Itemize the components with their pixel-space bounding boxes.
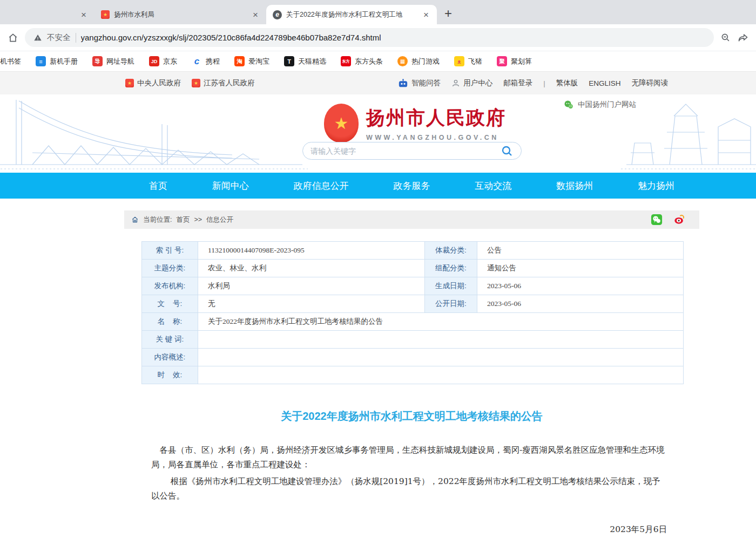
bookmarks-bar: 机书签 ≡ 新机手册 导 网址导航 JD 京东 c 携程 淘 爱淘宝 T 天猫精… bbox=[0, 51, 756, 72]
meta-value: 关于2022年度扬州市水利工程文明工地考核结果的公告 bbox=[198, 313, 684, 331]
share-icon[interactable] bbox=[738, 32, 748, 43]
table-row: 关 键 词: bbox=[142, 331, 684, 349]
robot-icon bbox=[398, 79, 408, 88]
bookmark-tmall[interactable]: T 天猫精选 bbox=[284, 56, 326, 66]
tab-yangzhou-water-bureau[interactable]: ★ 扬州市水利局 × bbox=[94, 5, 266, 24]
meta-label: 生成日期: bbox=[425, 277, 477, 295]
breadcrumb-current[interactable]: 信息公开 bbox=[206, 215, 233, 224]
bookmark-label: 热门游戏 bbox=[411, 57, 440, 66]
search-icon[interactable] bbox=[501, 145, 514, 158]
meta-value: 2023-05-06 bbox=[477, 295, 684, 313]
meta-value: 农业、林业、水利 bbox=[198, 260, 425, 277]
accessibility-link[interactable]: 无障碍阅读 bbox=[632, 78, 669, 88]
traditional-chinese-link[interactable]: 繁体版 bbox=[556, 78, 578, 88]
smart-qa-link[interactable]: 智能问答 bbox=[398, 78, 441, 88]
close-icon[interactable]: × bbox=[79, 10, 88, 19]
bookmark-label: 京东 bbox=[163, 57, 177, 66]
tab-announcement-active[interactable]: e 关于2022年度扬州市水利工程文明工地 × bbox=[266, 5, 437, 24]
nav-news-center[interactable]: 新闻中心 bbox=[212, 180, 249, 192]
meta-value: 通知公告 bbox=[477, 260, 684, 277]
site-logo[interactable]: ★ 扬州市人民政府 WWW.YANGZHOU.GOV.CN bbox=[324, 104, 506, 142]
bookmark-jd[interactable]: JD 京东 bbox=[149, 56, 177, 66]
bookmark-label: 天猫精选 bbox=[298, 57, 326, 66]
wechat-globe-icon bbox=[564, 100, 573, 110]
bookmark-site-navigation[interactable]: 导 网址导航 bbox=[92, 56, 134, 66]
url-bar[interactable]: 不安全 yangzhou.gov.cn/yzszxxgk/slj/202305/… bbox=[25, 28, 714, 47]
fliggy-pig-icon: ᴥ bbox=[454, 56, 464, 66]
meta-label: 内容概述: bbox=[142, 349, 198, 366]
bookmark-aitaobao[interactable]: 淘 爱淘宝 bbox=[234, 56, 269, 66]
warning-icon[interactable] bbox=[33, 33, 42, 42]
bookmark-new-device-manual[interactable]: ≡ 新机手册 bbox=[36, 56, 78, 66]
nav-interaction[interactable]: 互动交流 bbox=[475, 180, 511, 192]
bookmark-fliggy[interactable]: ᴥ 飞猪 bbox=[454, 56, 482, 66]
bookmark-label: 机书签 bbox=[0, 57, 21, 66]
home-icon[interactable] bbox=[8, 32, 18, 43]
bookmark-label: 聚划算 bbox=[511, 57, 532, 66]
meta-value: 公告 bbox=[477, 242, 684, 260]
gov-emblem-icon: ★ bbox=[192, 79, 200, 87]
gov-top-bar: ★ 中央人民政府 ★ 江苏省人民政府 智能问答 用户中心 邮箱登录 | 繁体版 … bbox=[0, 72, 756, 94]
breadcrumb-home-icon bbox=[131, 216, 139, 223]
tab-title: 关于2022年度扬州市水利工程文明工地 bbox=[286, 10, 417, 19]
browser-e-favicon: e bbox=[273, 10, 282, 19]
close-icon[interactable]: × bbox=[251, 10, 260, 19]
nav-gov-info-disclosure[interactable]: 政府信息公开 bbox=[294, 180, 349, 192]
gov-link-label: 用户中心 bbox=[463, 78, 492, 88]
meta-label: 公开日期: bbox=[425, 295, 477, 313]
national-emblem-icon: ★ bbox=[324, 104, 359, 142]
security-label: 不安全 bbox=[47, 32, 71, 43]
meta-value bbox=[198, 331, 684, 349]
new-tab-button[interactable]: + bbox=[444, 6, 452, 21]
content-container: 当前位置: 首页 >> 信息公开 索 引 号: 1132100001440709… bbox=[124, 210, 699, 538]
link-central-government[interactable]: ★ 中央人民政府 bbox=[125, 78, 181, 88]
bookmark-eastday[interactable]: 东方 东方头条 bbox=[341, 56, 383, 66]
bookmark-label: 携程 bbox=[206, 57, 220, 66]
search-box bbox=[302, 142, 522, 160]
user-center-link[interactable]: 用户中心 bbox=[451, 78, 492, 88]
tab-partial[interactable]: × bbox=[0, 5, 94, 24]
meta-value: 2023-05-06 bbox=[477, 277, 684, 295]
jd-icon: JD bbox=[149, 56, 159, 66]
search-input[interactable] bbox=[310, 147, 501, 155]
table-row: 名 称: 关于2022年度扬州市水利工程文明工地考核结果的公告 bbox=[142, 313, 684, 331]
bookmark-label: 爱淘宝 bbox=[248, 57, 269, 66]
article-paragraph: 根据《扬州市水利工程文明工地建设管理办法》（扬水规[2019]1号），2022年… bbox=[151, 474, 667, 503]
meta-label: 主题分类: bbox=[142, 260, 198, 277]
game-icon: ▦ bbox=[397, 56, 408, 66]
nav-gov-services[interactable]: 政务服务 bbox=[393, 180, 430, 192]
zoom-out-icon[interactable] bbox=[720, 32, 731, 43]
url-text[interactable]: yangzhou.gov.cn/yzszxxgk/slj/202305/210c… bbox=[81, 33, 381, 42]
article-title: 关于2022年度扬州市水利工程文明工地考核结果的公告 bbox=[124, 409, 699, 424]
person-icon bbox=[451, 79, 460, 87]
eastday-icon: 东方 bbox=[341, 56, 351, 66]
close-icon[interactable]: × bbox=[422, 10, 430, 19]
portal-label: 中国扬州门户网站 bbox=[578, 100, 636, 110]
nav-data-yangzhou[interactable]: 数据扬州 bbox=[556, 180, 593, 192]
mail-login-link[interactable]: 邮箱登录 bbox=[503, 78, 532, 88]
tab-strip: × ★ 扬州市水利局 × e 关于2022年度扬州市水利工程文明工地 × + bbox=[0, 0, 756, 24]
gov-emblem-icon: ★ bbox=[125, 79, 134, 87]
bookmark-juhuasuan[interactable]: 聚 聚划算 bbox=[497, 56, 532, 66]
meta-value: 11321000014407098E-2023-095 bbox=[198, 242, 425, 260]
bookmark-mobile-bookmarks[interactable]: 机书签 bbox=[0, 57, 21, 66]
gov-link-label: 中央人民政府 bbox=[137, 78, 181, 88]
breadcrumb-separator: >> bbox=[194, 216, 202, 223]
breadcrumb-home-link[interactable]: 首页 bbox=[176, 215, 190, 224]
meta-label: 体裁分类: bbox=[425, 242, 477, 260]
tmall-icon: T bbox=[284, 56, 294, 66]
bookmark-label: 东方头条 bbox=[355, 57, 383, 66]
main-nav: 首页 新闻中心 政府信息公开 政务服务 互动交流 数据扬州 魅力扬州 bbox=[0, 173, 756, 199]
gov-emblem-favicon: ★ bbox=[101, 10, 110, 19]
wechat-share-icon[interactable] bbox=[651, 214, 663, 226]
nav-home[interactable]: 首页 bbox=[149, 180, 167, 192]
weibo-share-icon[interactable] bbox=[673, 214, 685, 226]
nav-charm-yangzhou[interactable]: 魅力扬州 bbox=[638, 180, 674, 192]
link-jiangsu-government[interactable]: ★ 江苏省人民政府 bbox=[192, 78, 255, 88]
navigation-icon: 导 bbox=[92, 56, 103, 66]
bookmark-hot-games[interactable]: ▦ 热门游戏 bbox=[397, 56, 440, 66]
site-header: ★ 扬州市人民政府 WWW.YANGZHOU.GOV.CN 中国扬州门户网站 bbox=[0, 94, 756, 173]
portal-tag[interactable]: 中国扬州门户网站 bbox=[564, 100, 636, 110]
bookmark-ctrip[interactable]: c 携程 bbox=[192, 56, 220, 66]
english-link[interactable]: ENGLISH bbox=[589, 79, 620, 87]
